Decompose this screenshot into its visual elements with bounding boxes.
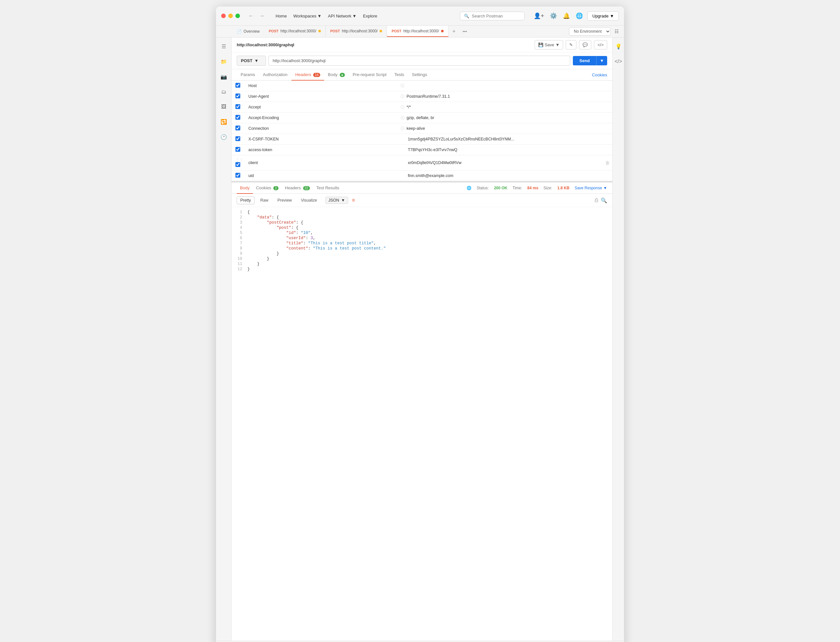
workspaces-link[interactable]: Workspaces ▼	[291, 12, 324, 20]
home-link[interactable]: Home	[273, 12, 289, 20]
environment-select[interactable]: No Environment	[569, 27, 611, 36]
size-label: Size:	[543, 186, 552, 190]
delete-icon[interactable]: 🗑	[605, 160, 610, 165]
table-row: Host ⓘ	[232, 81, 613, 91]
method-dropdown-icon: ▼	[254, 58, 258, 63]
url-input[interactable]	[268, 56, 570, 66]
response-section: Body Cookies 2 Headers 22 Test Results 🌐…	[232, 182, 613, 292]
settings-icon[interactable]: ⚙️	[549, 11, 558, 21]
close-button[interactable]	[221, 14, 226, 18]
notifications-icon[interactable]: 🔔	[562, 11, 571, 21]
search-bar[interactable]: 🔍	[460, 11, 525, 20]
resp-tab-body[interactable]: Body	[237, 183, 253, 194]
header-key: client	[246, 155, 398, 170]
sidebar-collections-icon[interactable]: 📁	[219, 57, 229, 66]
tab-body[interactable]: Body ●	[324, 69, 349, 81]
sidebar-history-icon[interactable]: 🕐	[219, 132, 229, 142]
send-button[interactable]: Send	[573, 56, 596, 65]
tab-request-3[interactable]: POST http://localhost:3000/	[387, 26, 448, 37]
resp-tab-headers[interactable]: Headers 22	[282, 183, 313, 194]
sidebar-environments-icon[interactable]: 🗂	[219, 87, 228, 97]
filter-icon[interactable]: ≡	[352, 198, 355, 203]
save-button[interactable]: 💾 Save ▼	[535, 40, 564, 50]
info-icon[interactable]: ⓘ	[401, 105, 405, 109]
resp-tab-test-results[interactable]: Test Results	[313, 183, 343, 194]
code-line: 12}	[232, 267, 613, 272]
sidebar-api-icon[interactable]: 📷	[219, 72, 229, 82]
add-tab-button[interactable]: +	[448, 26, 459, 37]
line-number: 6	[232, 235, 246, 241]
copy-button[interactable]: ⎙	[595, 198, 598, 204]
send-group: Send ▼	[573, 56, 607, 65]
header-checkbox[interactable]	[236, 104, 240, 109]
header-checkbox[interactable]	[236, 115, 240, 120]
info-icon[interactable]: ⓘ	[401, 83, 405, 88]
explore-link[interactable]: Explore	[361, 12, 380, 20]
tab-tests[interactable]: Tests	[390, 69, 408, 81]
info-icon[interactable]: ⓘ	[401, 94, 405, 99]
tab-authorization[interactable]: Authorization	[259, 69, 291, 81]
maximize-button[interactable]	[236, 14, 240, 18]
right-sidebar-icon-edit[interactable]: </>	[613, 57, 624, 66]
line-content: }	[246, 256, 271, 261]
resp-tab-cookies[interactable]: Cookies 2	[253, 183, 282, 194]
code-line: 1{	[232, 210, 613, 215]
tab-params[interactable]: Params	[237, 69, 259, 81]
sidebar-new-request-icon[interactable]: ☰	[219, 41, 228, 52]
request-tabs: Params Authorization Headers 14 Body ● P…	[232, 69, 613, 81]
more-tabs-button[interactable]: •••	[459, 26, 470, 37]
tab2-dot	[380, 30, 382, 32]
tab-headers[interactable]: Headers 14	[291, 69, 324, 81]
minimize-button[interactable]	[228, 14, 233, 18]
edit-button[interactable]: ✎	[566, 40, 577, 50]
sidebar-image-icon[interactable]: 🖼	[219, 102, 228, 112]
comment-button[interactable]: 💬	[579, 40, 591, 50]
headers-badge: 14	[313, 73, 320, 77]
drag-handle-icon[interactable]: ⋮⋮	[236, 157, 243, 162]
environment-icon[interactable]: ☷	[613, 28, 620, 35]
tab-overview[interactable]: 📄 Overview	[232, 26, 264, 37]
header-checkbox[interactable]	[236, 136, 240, 141]
avatar-icon[interactable]: 🌐	[574, 11, 584, 21]
resp-pretty-tab[interactable]: Pretty	[237, 196, 255, 204]
nav-arrows: ← →	[247, 12, 266, 19]
header-actions: 🗑	[596, 155, 613, 170]
line-number: 4	[232, 225, 246, 230]
right-sidebar-icon-light[interactable]: 💡	[613, 41, 624, 52]
tab-pre-request[interactable]: Pre-request Script	[349, 69, 390, 81]
forward-button[interactable]: →	[257, 12, 266, 19]
line-number: 9	[232, 251, 246, 256]
sidebar-share-icon[interactable]: 🔁	[219, 117, 229, 127]
line-number: 12	[232, 267, 246, 272]
header-checkbox[interactable]	[236, 147, 240, 152]
tab-request-1[interactable]: POST http://localhost:3000/	[264, 26, 326, 37]
tab-settings[interactable]: Settings	[408, 69, 431, 81]
back-button[interactable]: ←	[247, 12, 255, 19]
header-checkbox[interactable]	[236, 126, 240, 130]
search-response-button[interactable]: 🔍	[601, 198, 607, 204]
table-row: User-Agent ⓘPostmanRuntime/7.31.1	[232, 91, 613, 102]
tab-request-2[interactable]: POST http://localhost:3000/	[326, 26, 387, 37]
header-checkbox[interactable]	[236, 173, 240, 178]
resp-visualize-tab[interactable]: Visualize	[297, 197, 320, 204]
invite-button[interactable]: 👤+	[532, 11, 546, 21]
resp-raw-tab[interactable]: Raw	[257, 197, 272, 204]
info-icon[interactable]: ⓘ	[401, 126, 405, 131]
format-selector[interactable]: JSON ▼	[325, 197, 348, 204]
save-response-button[interactable]: Save Response ▼	[574, 186, 607, 190]
method-select[interactable]: POST ▼	[237, 56, 266, 66]
send-dropdown-button[interactable]: ▼	[596, 56, 607, 65]
api-network-link[interactable]: API Network ▼	[325, 12, 359, 20]
cookies-link[interactable]: Cookies	[592, 70, 607, 80]
code-button[interactable]: </>	[594, 40, 607, 50]
header-value: ⓘ	[398, 81, 596, 91]
search-input[interactable]	[472, 14, 520, 18]
resp-preview-tab[interactable]: Preview	[274, 197, 295, 204]
info-icon[interactable]: ⓘ	[401, 115, 405, 120]
upgrade-button[interactable]: Upgrade ▼	[587, 11, 619, 21]
header-checkbox[interactable]	[236, 83, 240, 88]
header-checkbox[interactable]	[236, 162, 240, 167]
table-row: access-token T7BPqsYH3c-e3lTvrv7nwQ	[232, 145, 613, 155]
header-checkbox[interactable]	[236, 94, 240, 98]
line-number: 10	[232, 256, 246, 261]
